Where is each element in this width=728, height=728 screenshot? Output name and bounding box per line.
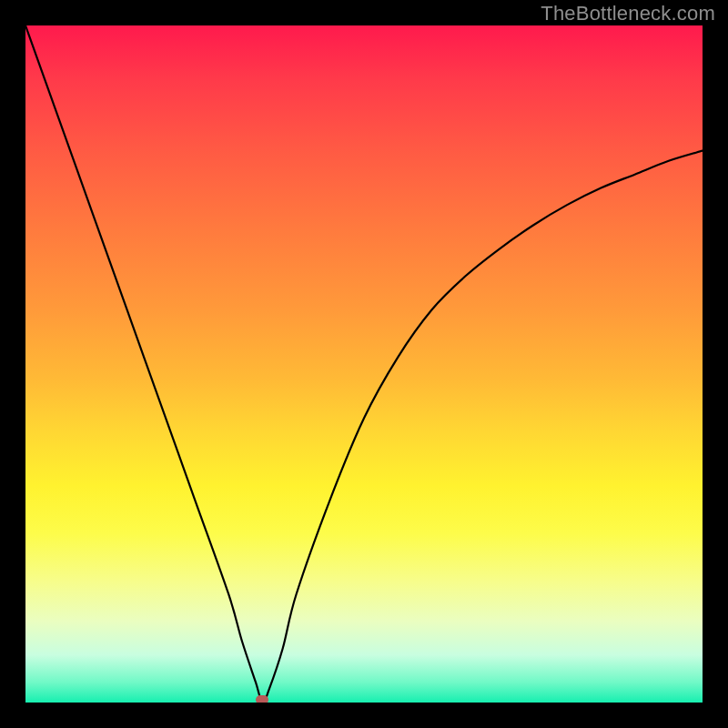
chart-frame: TheBottleneck.com (0, 0, 728, 728)
minimum-marker (256, 695, 268, 703)
bottleneck-curve (25, 25, 703, 703)
plot-area (25, 25, 703, 703)
watermark-text: TheBottleneck.com (541, 2, 715, 25)
